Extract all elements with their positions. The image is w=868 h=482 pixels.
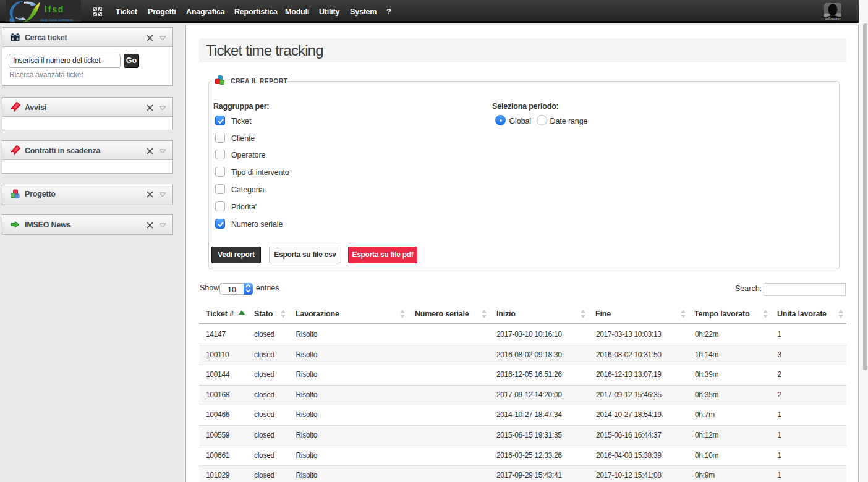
svg-text:colleauxxx: colleauxxx [825, 17, 841, 20]
